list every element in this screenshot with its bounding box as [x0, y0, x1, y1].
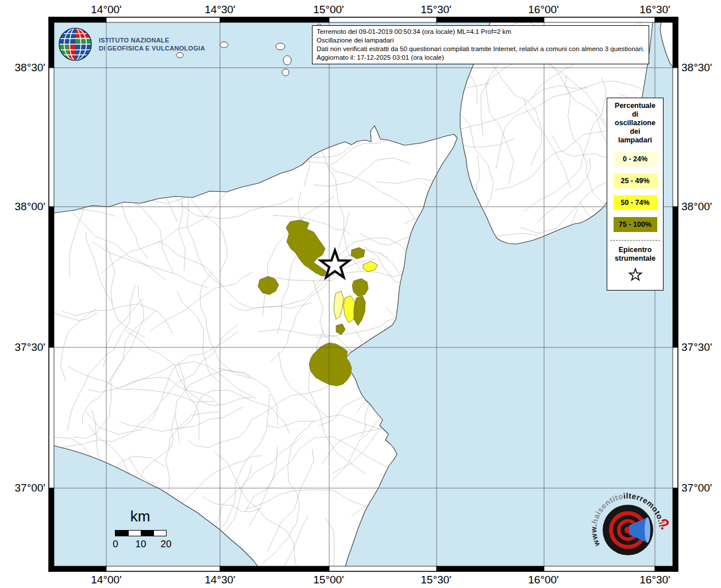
lon-label-bottom-3: 15°00' [313, 574, 344, 586]
scale-tick-0: 0 [113, 539, 118, 550]
lon-label-top-6: 16°30' [639, 3, 670, 16]
lat-label-right-2: 38°00' [681, 200, 712, 213]
lon-label-top-5: 16°00' [528, 3, 559, 16]
scale-bar: km 0 10 20 [113, 508, 170, 551]
scale-bar-graphic [115, 530, 167, 536]
lat-label-left-3: 37°30' [0, 341, 45, 354]
scale-tick-20: 20 [161, 539, 172, 550]
legend-item-75-100: 75 - 100% [614, 217, 657, 232]
lon-label-bottom-1: 14°00' [91, 574, 122, 586]
lon-label-bottom-4: 15°30' [421, 574, 452, 586]
haisentitoilterremoto-map-page: 14°00' 14°30' 15°00' 15°30' 16°00' 16°30… [0, 0, 721, 588]
lat-label-right-3: 37°30' [681, 341, 712, 354]
event-updated-at: Aggiornato il: 17-12-2025 03:01 (ora loc… [317, 53, 645, 62]
ingv-name: ISTITUTO NAZIONALE DI GEOFISICA E VULCAN… [99, 36, 205, 52]
haisentitoilterremoto-watermark: www.haisentitoilterremoto.it ? [582, 484, 674, 578]
lon-label-bottom-5: 16°00' [528, 574, 559, 586]
scale-unit-label: km [113, 508, 168, 525]
lat-label-right-4: 37°00' [681, 482, 712, 494]
legend-item-0-24: 0 - 24% [614, 152, 657, 167]
ingv-name-line2: DI GEOFISICA E VULCANOLOGIA [99, 44, 205, 52]
event-info-box: Terremoto del 09-01-2019 00:50:34 (ora l… [312, 25, 649, 64]
legend-star-icon [607, 267, 663, 284]
legend-item-25-49: 25 - 49% [614, 173, 657, 188]
lon-label-top-3: 15°00' [313, 3, 344, 16]
ingv-logo: ISTITUTO NAZIONALE DI GEOFISICA E VULCAN… [57, 26, 205, 62]
scale-tick-10: 10 [136, 539, 146, 550]
event-headline: Terremoto del 09-01-2019 00:50:34 (ora l… [317, 28, 645, 36]
ingv-name-line1: ISTITUTO NAZIONALE [99, 36, 205, 44]
legend-epicenter-title: Epicentro strumentale [607, 246, 663, 263]
legend: Percentuale di oscillazione dei lampadar… [607, 98, 664, 291]
event-effect-type: Oscillazione dei lampadari [317, 36, 645, 45]
scale-tick-labels: 0 10 20 [113, 539, 170, 551]
lat-label-left-4: 37°00' [0, 482, 45, 494]
legend-separator [610, 240, 660, 241]
lon-label-top-1: 14°00' [91, 3, 122, 16]
ingv-globe-icon [57, 26, 93, 62]
lon-label-top-4: 15°30' [421, 3, 452, 16]
lat-label-left-1: 38°30' [0, 61, 45, 74]
lat-label-left-2: 38°00' [0, 200, 45, 213]
lon-label-top-2: 14°30' [205, 3, 236, 16]
lon-label-bottom-2: 14°30' [205, 574, 236, 586]
event-data-note: Dati non verificati estratti da 50 quest… [317, 45, 645, 53]
legend-item-50-74: 50 - 74% [614, 195, 657, 210]
legend-title: Percentuale di oscillazione dei lampadar… [607, 102, 663, 145]
lat-label-right-1: 38°30' [681, 61, 712, 74]
